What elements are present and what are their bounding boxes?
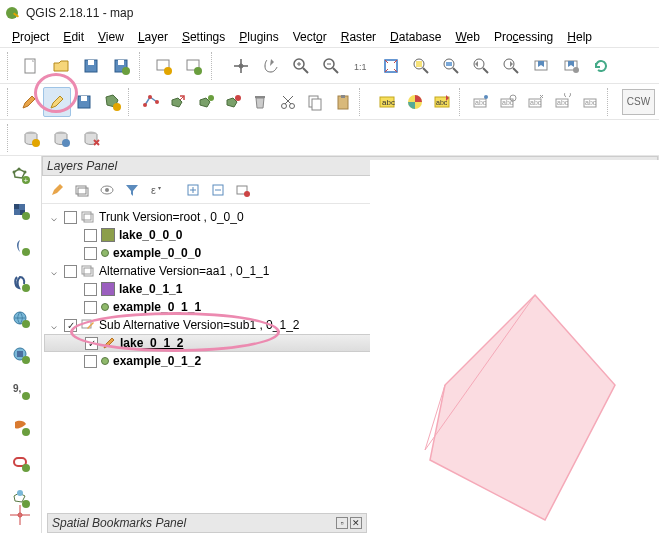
cut-features-button[interactable]: [274, 87, 301, 117]
layer-checkbox[interactable]: [84, 283, 97, 296]
csw-button[interactable]: CSW: [622, 89, 655, 115]
layer-checkbox[interactable]: [84, 229, 97, 242]
pan-button[interactable]: [226, 51, 256, 81]
add-wms-layer-button[interactable]: [6, 304, 36, 334]
save-project-button[interactable]: [76, 51, 106, 81]
remove-layer-button[interactable]: [232, 179, 254, 201]
expand-all-button[interactable]: [182, 179, 204, 201]
add-mssql-layer-button[interactable]: [6, 412, 36, 442]
zoom-next-button[interactable]: [496, 51, 526, 81]
db-1-button[interactable]: [16, 123, 46, 153]
node-tool-button[interactable]: [137, 87, 164, 117]
save-project-as-button[interactable]: [106, 51, 136, 81]
add-postgis-layer-button[interactable]: [6, 268, 36, 298]
svg-rect-106: [84, 268, 93, 276]
toggle-editing-button[interactable]: [43, 87, 71, 117]
delete-selected-button[interactable]: [247, 87, 274, 117]
map-feature-polygon[interactable]: [430, 295, 615, 520]
rotate-label-button[interactable]: abc: [550, 87, 577, 117]
labeling-button[interactable]: abc: [373, 87, 400, 117]
menu-database[interactable]: Database: [384, 28, 447, 46]
add-raster-layer-button[interactable]: [6, 196, 36, 226]
expand-icon[interactable]: ⌵: [48, 319, 60, 331]
svg-rect-45: [312, 99, 321, 110]
add-wcs-layer-button[interactable]: [6, 340, 36, 370]
diagram-button[interactable]: [401, 87, 428, 117]
add-vector-layer-button[interactable]: +: [6, 160, 36, 190]
zoom-to-selection-button[interactable]: [406, 51, 436, 81]
zoom-to-layer-button[interactable]: [436, 51, 466, 81]
filter-legend-button[interactable]: [121, 179, 143, 201]
composer-manager-button[interactable]: [178, 51, 208, 81]
menu-raster[interactable]: Raster: [335, 28, 382, 46]
move-label-button[interactable]: abc: [522, 87, 549, 117]
db-2-button[interactable]: [46, 123, 76, 153]
layer-checkbox[interactable]: [84, 355, 97, 368]
add-delimited-text-button[interactable]: 9,: [6, 376, 36, 406]
add-part-button[interactable]: [192, 87, 219, 117]
group-label: Sub Alternative Version=sub1 , 0_1_2: [99, 318, 299, 332]
zoom-in-button[interactable]: [286, 51, 316, 81]
new-bookmark-button[interactable]: [526, 51, 556, 81]
layer-checkbox[interactable]: [84, 301, 97, 314]
menu-view[interactable]: View: [92, 28, 130, 46]
highlight-labels-button[interactable]: abc: [428, 87, 455, 117]
menu-plugins[interactable]: Plugins: [233, 28, 284, 46]
delete-part-button[interactable]: [219, 87, 246, 117]
panel-close-button[interactable]: ✕: [350, 517, 362, 529]
zoom-out-button[interactable]: [316, 51, 346, 81]
svg-point-78: [22, 212, 30, 220]
map-canvas[interactable]: [370, 160, 659, 533]
move-feature-button[interactable]: [164, 87, 191, 117]
change-label-button[interactable]: abc: [577, 87, 604, 117]
layer-checkbox[interactable]: [85, 337, 98, 350]
pin-labels-button[interactable]: abc: [467, 87, 494, 117]
show-hide-labels-button[interactable]: abc: [495, 87, 522, 117]
new-project-button[interactable]: [16, 51, 46, 81]
current-edits-button[interactable]: [16, 87, 43, 117]
refresh-button[interactable]: [586, 51, 616, 81]
layer-checkbox[interactable]: [84, 247, 97, 260]
group-label: Trunk Version=root , 0_0_0: [99, 210, 244, 224]
menu-layer[interactable]: Layer: [132, 28, 174, 46]
style-manager-button[interactable]: [46, 179, 68, 201]
menu-web[interactable]: Web: [449, 28, 485, 46]
menu-settings[interactable]: Settings: [176, 28, 231, 46]
svg-text:abc: abc: [475, 99, 487, 106]
expression-filter-button[interactable]: ε▾: [146, 179, 168, 201]
menu-help[interactable]: Help: [561, 28, 598, 46]
svg-text:1:1: 1:1: [354, 62, 367, 72]
svg-rect-27: [446, 62, 452, 66]
db-3-button[interactable]: [76, 123, 106, 153]
manage-visibility-button[interactable]: [96, 179, 118, 201]
save-edits-button[interactable]: [71, 87, 98, 117]
menu-project[interactable]: Project: [6, 28, 55, 46]
layer-label: example_0_1_1: [113, 300, 201, 314]
add-feature-button[interactable]: [98, 87, 125, 117]
show-bookmarks-button[interactable]: [556, 51, 586, 81]
titlebar: QGIS 2.18.11 - map: [0, 0, 659, 26]
expand-icon[interactable]: ⌵: [48, 211, 60, 223]
pan-to-selection-button[interactable]: [256, 51, 286, 81]
menu-edit[interactable]: Edit: [57, 28, 90, 46]
menu-vector[interactable]: Vector: [287, 28, 333, 46]
group-checkbox[interactable]: [64, 211, 77, 224]
open-project-button[interactable]: [46, 51, 76, 81]
panel-undock-button[interactable]: ▫: [336, 517, 348, 529]
copy-features-button[interactable]: [302, 87, 329, 117]
group-checkbox[interactable]: [64, 265, 77, 278]
expand-icon[interactable]: ⌵: [48, 265, 60, 277]
paste-features-button[interactable]: [329, 87, 356, 117]
add-oracle-layer-button[interactable]: [6, 448, 36, 478]
new-print-composer-button[interactable]: [148, 51, 178, 81]
svg-text:abc: abc: [585, 99, 597, 106]
add-spatialite-layer-button[interactable]: [6, 232, 36, 262]
add-wfs-layer-button[interactable]: [6, 484, 36, 514]
add-group-button[interactable]: [71, 179, 93, 201]
group-checkbox[interactable]: [64, 319, 77, 332]
zoom-last-button[interactable]: [466, 51, 496, 81]
collapse-all-button[interactable]: [207, 179, 229, 201]
zoom-full-button[interactable]: [376, 51, 406, 81]
zoom-native-button[interactable]: 1:1: [346, 51, 376, 81]
menu-processing[interactable]: Processing: [488, 28, 559, 46]
